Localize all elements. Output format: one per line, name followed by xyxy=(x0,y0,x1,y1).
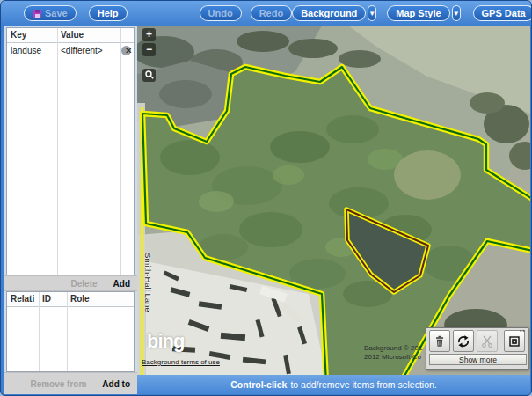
map-zoom-controls: + − xyxy=(142,28,156,82)
tag-actions-strip: Delete Add xyxy=(4,275,137,291)
trash-icon xyxy=(434,335,446,348)
copyright-line-1: Background © 201 xyxy=(364,344,422,353)
tag-key-cell[interactable]: landuse xyxy=(7,46,57,55)
save-button[interactable]: Save xyxy=(24,5,77,21)
reverse-arrows-icon xyxy=(456,334,470,348)
tags-table-header: Key Value xyxy=(7,28,134,43)
zoom-in-button[interactable]: + xyxy=(142,28,156,41)
potlatch-editor-window: Save Help Undo Redo Background ▼ Map Sty… xyxy=(0,0,532,396)
save-label: Save xyxy=(45,8,68,18)
popup-drag-handle[interactable]: ▪▪ xyxy=(520,327,526,334)
top-toolbar: Save Help Undo Redo Background ▼ Map Sty… xyxy=(1,1,532,26)
relation-actions-strip: Remove from Add to xyxy=(4,372,137,394)
copyright-notice: Background © 201 2012 Microsoft Co xyxy=(364,344,422,362)
zoom-out-button[interactable]: − xyxy=(142,43,156,56)
remove-tag-icon[interactable]: ✕ xyxy=(121,46,131,55)
bing-logo: bing xyxy=(147,330,184,353)
map-style-button[interactable]: Map Style xyxy=(387,5,449,21)
column-divider xyxy=(57,28,58,275)
tag-editor-panel: Key Value landuse <different> ✕ Delete A… xyxy=(4,26,137,394)
background-terms-link[interactable]: Background terms of use xyxy=(142,358,220,366)
relations-table: Relati ID Role xyxy=(6,291,135,372)
undo-button[interactable]: Undo xyxy=(200,5,242,21)
way-tools-row xyxy=(429,330,525,352)
save-disk-icon xyxy=(33,9,42,18)
help-label: Help xyxy=(98,8,119,18)
road-name-label: Smith-Hall Lane xyxy=(143,253,153,312)
scissors-icon xyxy=(481,335,493,348)
split-way-button[interactable] xyxy=(477,330,498,352)
chevron-down-icon: ▼ xyxy=(453,10,460,18)
gps-data-label: GPS Data xyxy=(482,8,526,18)
status-bold-text: Control-click xyxy=(230,379,287,390)
tags-table: Key Value landuse <different> ✕ xyxy=(6,27,135,275)
map-style-dropdown-arrow[interactable]: ▼ xyxy=(452,5,461,21)
id-column-header: ID xyxy=(39,292,67,306)
column-divider xyxy=(39,292,40,371)
tag-row: landuse <different> ✕ xyxy=(7,43,134,58)
help-button[interactable]: Help xyxy=(89,5,128,21)
status-bar: Control-click to add/remove items from s… xyxy=(137,375,530,394)
relations-table-header: Relati ID Role xyxy=(7,292,134,307)
redo-button[interactable]: Redo xyxy=(251,5,293,21)
background-label: Background xyxy=(301,8,357,18)
undo-label: Undo xyxy=(208,8,233,18)
show-more-button[interactable]: Show more xyxy=(429,354,527,365)
copyright-line-2: 2012 Microsoft Co xyxy=(364,353,422,362)
column-divider xyxy=(106,292,106,371)
reverse-direction-button[interactable] xyxy=(453,330,474,352)
add-to-relation-button[interactable]: Add to xyxy=(102,379,130,389)
background-dropdown-arrow[interactable]: ▼ xyxy=(368,5,376,21)
delete-way-button[interactable] xyxy=(429,330,450,352)
map-canvas[interactable]: + − Smith-Hall Lane bing Background term… xyxy=(137,26,530,375)
tag-value-cell[interactable]: <different> xyxy=(57,46,113,55)
map-style-label: Map Style xyxy=(396,8,441,18)
background-button[interactable]: Background xyxy=(292,5,366,21)
relation-column-header: Relati xyxy=(7,292,39,306)
column-divider xyxy=(67,292,68,371)
magnifier-icon xyxy=(145,70,154,79)
chevron-down-icon: ▼ xyxy=(368,10,375,18)
square-in-square-icon xyxy=(508,335,521,348)
key-column-header: Key xyxy=(7,28,57,42)
status-text: to add/remove items from selection. xyxy=(290,379,436,390)
zoom-search-button[interactable] xyxy=(142,69,156,82)
way-tools-popup: ▪▪ xyxy=(426,327,528,370)
aerial-imagery xyxy=(137,26,530,375)
role-column-header: Role xyxy=(67,292,106,306)
gps-data-button[interactable]: GPS Data xyxy=(473,5,532,21)
remove-from-relation-button[interactable]: Remove from xyxy=(30,379,86,389)
column-divider xyxy=(120,28,121,275)
value-column-header: Value xyxy=(57,28,120,42)
add-tag-button[interactable]: Add xyxy=(113,279,130,289)
delete-tag-button[interactable]: Delete xyxy=(71,279,98,289)
redo-label: Redo xyxy=(259,8,284,18)
